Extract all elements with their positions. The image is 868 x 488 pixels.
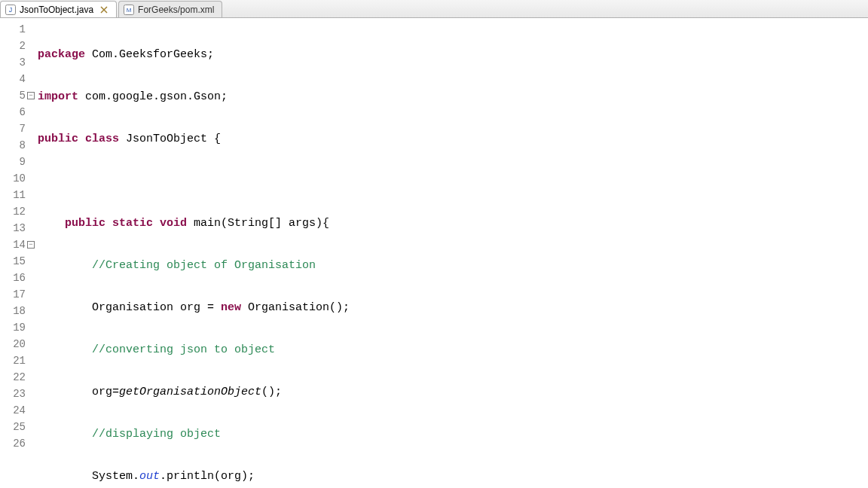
line-number: 26 — [0, 435, 27, 452]
code-line: import com.google.gson.Gson; — [38, 89, 868, 105]
code-line: Organisation org = new Organisation(); — [38, 300, 868, 316]
fold-toggle-icon[interactable]: − — [27, 92, 35, 99]
line-number: 9 — [0, 154, 27, 170]
code-area[interactable]: package Com.GeeksforGeeks; import com.go… — [27, 18, 868, 488]
line-number: 17 — [0, 286, 27, 303]
code-line: public static void main(String[] args){ — [38, 215, 868, 232]
java-file-icon: J — [5, 5, 16, 15]
svg-text:J: J — [9, 6, 13, 14]
fold-toggle-icon[interactable]: − — [27, 241, 35, 249]
code-line: org=getOrganisationObject(); — [38, 384, 868, 401]
line-number: 18 — [0, 303, 27, 319]
line-number: 20 — [0, 336, 27, 352]
line-number: 12 — [0, 203, 27, 220]
tab-json-to-object-java[interactable]: J JsonToObject.java — [0, 1, 117, 17]
line-number: 23 — [0, 386, 27, 402]
line-number: 5− — [0, 87, 27, 104]
code-editor: 1 2 3 4 5− 6 7 8 9 10 11 12 13 14− 15 16… — [0, 18, 868, 488]
code-line: //Creating object of Organisation — [38, 258, 868, 274]
line-number: 24 — [0, 402, 27, 419]
line-number: 13 — [0, 220, 27, 236]
line-number: 25 — [0, 419, 27, 435]
code-line: //converting json to object — [38, 342, 868, 358]
line-number: 21 — [0, 352, 27, 369]
svg-text:M: M — [127, 7, 132, 14]
tab-forgeeks-pom-xml[interactable]: M ForGeeks/pom.xml — [118, 1, 222, 17]
line-number: 16 — [0, 270, 27, 286]
editor-tab-bar: J JsonToObject.java M ForGeeks/pom.xml — [0, 0, 868, 18]
maven-file-icon: M — [124, 5, 134, 15]
line-number: 14− — [0, 236, 27, 253]
line-number: 4 — [0, 71, 27, 87]
line-number: 8 — [0, 137, 27, 154]
line-number: 10 — [0, 170, 27, 187]
line-number: 3 — [0, 54, 27, 71]
line-number: 1 — [0, 21, 27, 38]
line-number-gutter: 1 2 3 4 5− 6 7 8 9 10 11 12 13 14− 15 16… — [0, 18, 27, 488]
line-number: 15 — [0, 253, 27, 270]
line-number: 2 — [0, 38, 27, 54]
code-line: System.out.println(org); — [38, 468, 868, 485]
line-number: 11 — [0, 187, 27, 203]
code-line: public class JsonToObject { — [38, 131, 868, 148]
line-number: 22 — [0, 369, 27, 386]
tab-label: JsonToObject.java — [20, 5, 93, 15]
code-line: package Com.GeeksforGeeks; — [38, 47, 868, 63]
line-number: 19 — [0, 319, 27, 336]
line-number: 7 — [0, 120, 27, 137]
tab-label: ForGeeks/pom.xml — [138, 5, 214, 15]
close-icon[interactable] — [99, 5, 108, 14]
code-line — [38, 173, 868, 190]
line-number: 6 — [0, 104, 27, 120]
code-line: //displaying object — [38, 426, 868, 443]
